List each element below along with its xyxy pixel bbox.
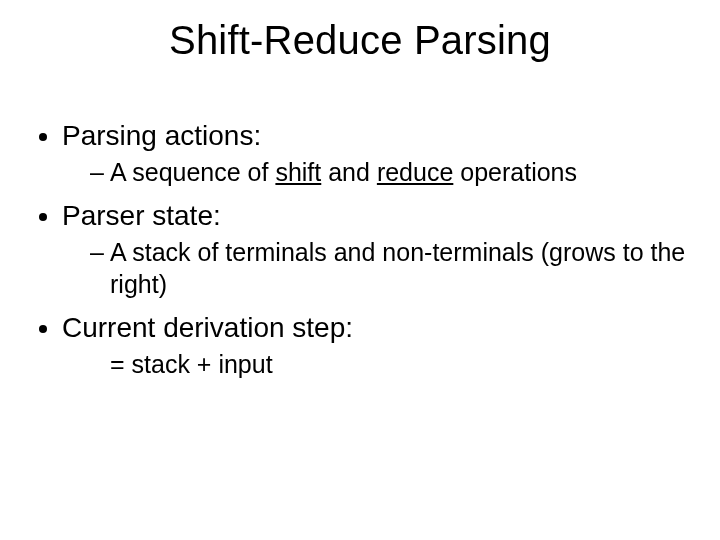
bullet-list: Parsing actions: A sequence of shift and… xyxy=(38,118,690,380)
text-fragment: operations xyxy=(453,158,577,186)
bullet-current-derivation: Current derivation step: = stack + input xyxy=(62,310,690,380)
sub-bullet-stack-plus-input: = stack + input xyxy=(90,349,690,380)
bullet-label: Current derivation step: xyxy=(62,312,353,343)
bullet-parser-state: Parser state: A stack of terminals and n… xyxy=(62,198,690,300)
slide-title: Shift-Reduce Parsing xyxy=(0,18,720,63)
bullet-label: Parsing actions: xyxy=(62,120,261,151)
sub-bullet-stack: A stack of terminals and non-terminals (… xyxy=(90,237,690,300)
bullet-parsing-actions: Parsing actions: A sequence of shift and… xyxy=(62,118,690,188)
text-fragment: and xyxy=(321,158,377,186)
text-fragment: A sequence of xyxy=(110,158,275,186)
bullet-label: Parser state: xyxy=(62,200,221,231)
slide-body: Parsing actions: A sequence of shift and… xyxy=(38,118,690,390)
sub-bullet-shift-reduce: A sequence of shift and reduce operation… xyxy=(90,157,690,188)
text-fragment: A stack of terminals and non-terminals (… xyxy=(110,238,685,297)
slide: Shift-Reduce Parsing Parsing actions: A … xyxy=(0,0,720,540)
underlined-shift: shift xyxy=(275,158,321,186)
sub-list: A sequence of shift and reduce operation… xyxy=(62,157,690,188)
underlined-reduce: reduce xyxy=(377,158,453,186)
sub-list: = stack + input xyxy=(62,349,690,380)
text-fragment: = stack + input xyxy=(110,350,273,378)
sub-list: A stack of terminals and non-terminals (… xyxy=(62,237,690,300)
